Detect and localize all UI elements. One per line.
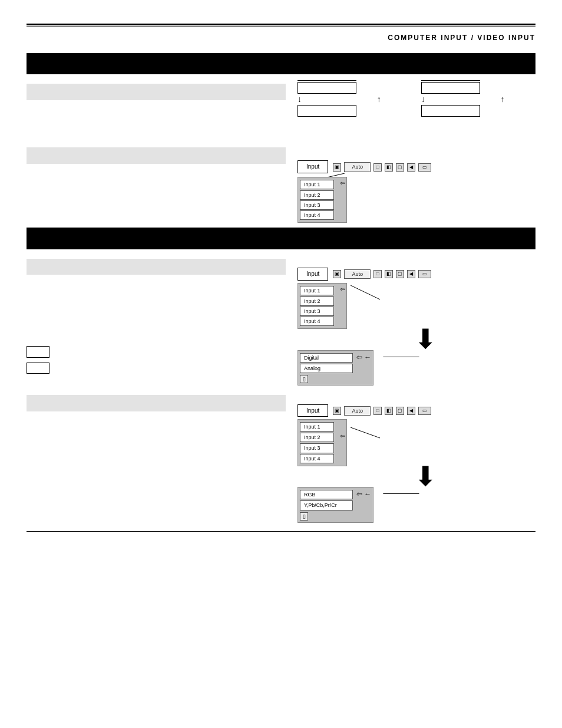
auto-button-2: Auto xyxy=(344,269,371,279)
ptr-arrow-icon-2: ⇦ ← xyxy=(356,489,371,499)
auto-button-3: Auto xyxy=(344,406,371,416)
i2c: ▢ xyxy=(396,270,404,278)
i2d: ◀ xyxy=(407,270,415,278)
osd-menu-bar-1: Input ▣ Auto □ ◧ ▢ ◀ ▭ xyxy=(297,160,535,173)
input-button: Input xyxy=(297,160,328,173)
svg-line-2 xyxy=(351,427,380,438)
analog-desc xyxy=(57,361,58,370)
input-4-row: Input 4 xyxy=(300,210,334,220)
src-digital: Digital xyxy=(300,353,353,363)
page-header: COMPUTER INPUT / VIDEO INPUT xyxy=(27,33,535,42)
close-icon-1: ▯ xyxy=(300,375,308,383)
src-ypbpr: Y,Pb/Cb,Pr/Cr xyxy=(300,500,353,510)
i3d: ◀ xyxy=(407,407,415,415)
src-rgb: RGB xyxy=(300,490,353,499)
input-list-2: Input 1⇦ Input 2 Input 3 Input 4 xyxy=(297,283,347,330)
source-select-1: Digital⇦ ← Analog ▯ xyxy=(297,350,373,386)
input-list-1: Input 1⇦ Input 2 Input 3 Input 4 xyxy=(297,177,347,223)
source-select-2: RGB⇦ ← Y,Pb/Cb,Pr/Cr ▯ xyxy=(297,487,373,522)
ptr-arrow-icon: ⇦ ← xyxy=(356,353,371,362)
lamp-mgmt-text xyxy=(27,105,286,113)
footer-page xyxy=(534,534,535,542)
in2: Input 2 xyxy=(300,297,334,306)
top-rule xyxy=(27,24,535,27)
icon-sq3: ▢ xyxy=(396,163,404,172)
sub-lamp-management xyxy=(27,84,286,100)
osd-menu-bar-3: Input ▣ Auto □ ◧ ▢ ◀ ▭ xyxy=(297,404,535,417)
footer xyxy=(27,531,535,542)
section-selecting-computer-system xyxy=(27,228,535,249)
input-button-2: Input xyxy=(297,268,328,281)
i2b: ◧ xyxy=(385,270,393,278)
down-arrow-icon-1: ⬇ xyxy=(315,331,535,348)
auto-button: Auto xyxy=(344,162,371,172)
section-turning-on-off xyxy=(27,53,535,74)
i3e: ▭ xyxy=(418,407,431,415)
digital-desc xyxy=(57,345,58,353)
arrow-icon-2: ⇦ xyxy=(340,285,345,294)
arrow-icon: ⇦ xyxy=(340,179,345,187)
footer-left xyxy=(27,534,28,542)
src-analog: Analog xyxy=(300,364,353,373)
pointer-line xyxy=(351,282,386,305)
in2b: Input 2 xyxy=(300,433,334,442)
in4b: Input 4 xyxy=(300,454,334,463)
close-icon-2: ▯ xyxy=(300,512,308,521)
in1b: Input 1 xyxy=(300,422,334,431)
down-arrow-icon-2: ⬇ xyxy=(315,469,535,485)
i2a: □ xyxy=(373,270,382,278)
arrow-icon-3: ⇦ xyxy=(340,432,345,440)
in3: Input 3 xyxy=(300,307,334,316)
in1: Input 1 xyxy=(300,286,334,295)
pointer-line-3 xyxy=(351,418,386,442)
i3b: ◧ xyxy=(385,407,393,415)
lamp-diagram: ↓ ↑ ↓ ↑ xyxy=(297,80,535,118)
digital-option-box xyxy=(27,346,49,358)
icon-sq1: □ xyxy=(373,163,382,172)
in4: Input 4 xyxy=(300,317,334,326)
inputmenu-caption-2 xyxy=(301,396,535,404)
input-1-row: Input 1 xyxy=(300,180,334,189)
source-select-label-2 xyxy=(383,487,419,495)
i3c: ▢ xyxy=(396,407,404,415)
icon-sq4: ◀ xyxy=(407,163,415,172)
input-3-row: Input 3 xyxy=(300,200,334,210)
osd-menu-bar-2: Input ▣ Auto □ ◧ ▢ ◀ ▭ xyxy=(297,268,535,281)
sub-selecting-input xyxy=(27,147,286,164)
in3b: Input 3 xyxy=(300,443,334,453)
icon-sq2: ◧ xyxy=(385,163,393,172)
icon-sq5: ▭ xyxy=(418,163,431,172)
sub-input1-dvi xyxy=(27,259,286,275)
i3a: □ xyxy=(373,407,382,415)
menu-icon-3: ▣ xyxy=(333,407,341,415)
menu-icon: ▣ xyxy=(333,163,341,172)
input-list-3: Input 1 Input 2⇦ Input 3 Input 4 xyxy=(297,419,347,466)
inputmenu-caption-1 xyxy=(301,260,535,268)
analog-option-box xyxy=(27,363,49,374)
sub-input2-bnc xyxy=(27,395,286,411)
i2e: ▭ xyxy=(418,270,431,278)
svg-line-1 xyxy=(351,285,380,299)
source-select-label-1 xyxy=(383,350,419,358)
input-button-3: Input xyxy=(297,404,328,417)
input-2-row: Input 2 xyxy=(300,190,334,200)
menu-icon-2: ▣ xyxy=(333,270,341,278)
